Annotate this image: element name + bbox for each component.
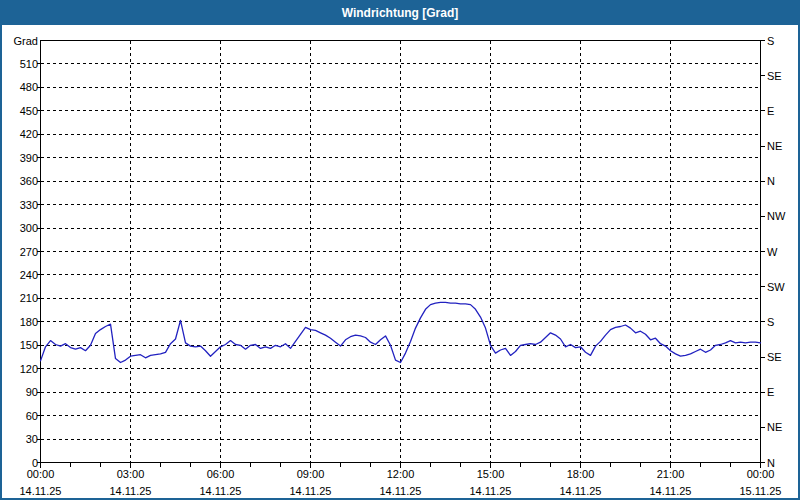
window-titlebar: Windrichtung [Grad] bbox=[2, 2, 798, 25]
x-axis-date-label: 14.11.25 bbox=[19, 485, 61, 497]
y-axis-tick-label: 450 bbox=[20, 105, 38, 117]
compass-tick-label: N bbox=[767, 175, 775, 187]
compass-tick-label: SW bbox=[767, 281, 785, 293]
y-axis-tick-label: 90 bbox=[26, 386, 38, 398]
x-axis-time-label: 15:00 bbox=[477, 468, 505, 480]
y-axis-tick-label: 510 bbox=[20, 58, 38, 70]
y-axis-tick-label: 360 bbox=[20, 175, 38, 187]
x-axis-time-label: 00:00 bbox=[27, 468, 55, 480]
compass-tick-label: SE bbox=[767, 351, 782, 363]
x-axis-time-label: 06:00 bbox=[207, 468, 235, 480]
compass-tick-label: NE bbox=[767, 140, 782, 152]
x-axis-date-label: 14.11.25 bbox=[469, 485, 511, 497]
window-title: Windrichtung [Grad] bbox=[342, 6, 459, 20]
chart-window: Windrichtung [Grad] 03060901201501802102… bbox=[0, 0, 800, 500]
x-axis-date-label: 14.11.25 bbox=[109, 485, 151, 497]
compass-tick-label: W bbox=[767, 246, 778, 258]
y-axis-tick-label: 210 bbox=[20, 292, 38, 304]
y-axis-unit-label: Grad bbox=[14, 35, 38, 47]
y-axis-tick-label: 300 bbox=[20, 222, 38, 234]
y-axis-tick-label: 180 bbox=[20, 316, 38, 328]
x-axis-date-label: 14.11.25 bbox=[289, 485, 331, 497]
x-axis-time-label: 21:00 bbox=[657, 468, 685, 480]
compass-tick-label: E bbox=[767, 105, 774, 117]
y-axis-tick-label: 150 bbox=[20, 339, 38, 351]
x-axis-time-label: 12:00 bbox=[387, 468, 415, 480]
x-axis-time-label: 18:00 bbox=[567, 468, 595, 480]
y-axis-tick-label: 390 bbox=[20, 152, 38, 164]
compass-tick-label: E bbox=[767, 386, 774, 398]
x-axis-time-label: 09:00 bbox=[297, 468, 325, 480]
compass-tick-label: NW bbox=[767, 210, 786, 222]
x-axis-date-label: 14.11.25 bbox=[649, 485, 691, 497]
x-axis-time-label: 03:00 bbox=[117, 468, 145, 480]
y-axis-tick-label: 480 bbox=[20, 81, 38, 93]
y-axis-tick-label: 30 bbox=[26, 433, 38, 445]
y-axis-tick-label: 420 bbox=[20, 128, 38, 140]
y-axis-tick-label: 60 bbox=[26, 410, 38, 422]
compass-tick-label: S bbox=[767, 35, 774, 47]
x-axis-time-label: 00:00 bbox=[747, 468, 775, 480]
compass-tick-label: NE bbox=[767, 421, 782, 433]
x-axis-date-label: 15.11.25 bbox=[739, 485, 781, 497]
compass-tick-label: SE bbox=[767, 70, 782, 82]
wind-direction-chart: 0306090120150180210240270300330360390420… bbox=[2, 2, 800, 500]
x-axis-date-label: 14.11.25 bbox=[199, 485, 241, 497]
x-axis-date-label: 14.11.25 bbox=[379, 485, 421, 497]
y-axis-tick-label: 270 bbox=[20, 246, 38, 258]
x-axis-date-label: 14.11.25 bbox=[559, 485, 601, 497]
y-axis-tick-label: 120 bbox=[20, 363, 38, 375]
compass-tick-label: S bbox=[767, 316, 774, 328]
y-axis-tick-label: 330 bbox=[20, 199, 38, 211]
y-axis-tick-label: 240 bbox=[20, 269, 38, 281]
